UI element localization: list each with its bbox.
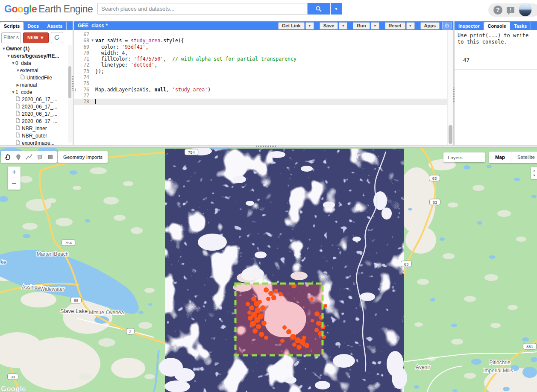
- run-button[interactable]: Run: [353, 22, 370, 29]
- hotspot-dot: [259, 332, 264, 337]
- run-dropdown[interactable]: ▼: [371, 22, 379, 29]
- search-button[interactable]: [308, 3, 330, 15]
- tree-file[interactable]: NBR_outer: [0, 132, 73, 140]
- google-logo-letters: Google: [4, 3, 37, 15]
- apps-button[interactable]: Apps: [420, 22, 440, 29]
- code-line[interactable]: 68▼var saVis = study_area.style({: [74, 38, 447, 44]
- filter-scripts-input[interactable]: [1, 32, 21, 43]
- save-dropdown[interactable]: ▼: [339, 22, 347, 29]
- tree-folder[interactable]: ▶manual: [0, 82, 73, 89]
- expand-arrow-open-icon[interactable]: ▼: [16, 67, 20, 74]
- line-number: 72: [74, 62, 91, 68]
- code-line[interactable]: 78: [74, 99, 447, 105]
- search-input[interactable]: [97, 3, 308, 15]
- code-line[interactable]: 69 color: '93df41',: [74, 44, 447, 50]
- hotspot-dot: [311, 319, 314, 322]
- hotspot-dot: [252, 328, 258, 333]
- map-type-satellite-button[interactable]: Satellite: [511, 152, 537, 163]
- road-shield: 33: [8, 374, 18, 380]
- expand-arrow-open-icon[interactable]: ▼: [2, 45, 6, 53]
- search-dropdown-button[interactable]: ▼: [330, 3, 342, 15]
- logo-suffix: Earth Engine: [38, 3, 93, 15]
- get-link-button[interactable]: Get Link: [278, 22, 305, 29]
- google-earth-engine-logo[interactable]: GoogleEarth Engine: [4, 3, 93, 15]
- tree-file[interactable]: exportImage...: [0, 140, 73, 145]
- zoom-in-button[interactable]: +: [8, 167, 21, 178]
- editor-header: GEE_class * Get Link ▼ Save ▼ Run ▼: [74, 21, 453, 30]
- tree-folder[interactable]: ▼external: [0, 67, 73, 74]
- zoom-out-button[interactable]: −: [8, 178, 21, 190]
- map-container: 75475488263636388133 Marten BeachkeAssin…: [0, 148, 537, 392]
- road-shield: 754: [185, 149, 198, 155]
- road-shield: 754: [62, 240, 75, 246]
- svg-text:88: 88: [74, 298, 79, 303]
- reset-dropdown[interactable]: ▼: [406, 22, 415, 29]
- tab-scripts[interactable]: Scripts: [0, 22, 23, 30]
- save-button[interactable]: Save: [320, 22, 338, 29]
- map-canvas[interactable]: 75475488263636388133 Marten BeachkeAssin…: [0, 148, 537, 392]
- top-header: GoogleEarth Engine ▼ ? !: [0, 0, 537, 21]
- feedback-icon[interactable]: !: [507, 7, 514, 13]
- map-divider[interactable]: [0, 145, 537, 148]
- script-title: GEE_class *: [78, 23, 108, 29]
- file-icon: [16, 132, 21, 140]
- map-label: Widewater: [40, 286, 65, 292]
- code-line[interactable]: 72 lineType: 'dotted',: [74, 62, 447, 68]
- polygon-icon[interactable]: [34, 152, 45, 162]
- code-editor-panel: GEE_class * Get Link ▼ Save ▼ Run ▼: [74, 21, 453, 145]
- road-shield: 63: [429, 175, 440, 181]
- tab-console[interactable]: Console: [484, 22, 510, 30]
- rectangle-icon[interactable]: [45, 152, 56, 162]
- code-line[interactable]: 67: [74, 32, 447, 38]
- layers-button[interactable]: Layers: [443, 152, 485, 162]
- hotspot-dot: [280, 339, 285, 343]
- editor-scrollbar[interactable]: [447, 30, 453, 145]
- tree-file[interactable]: NBR_inner: [0, 125, 73, 132]
- road-shield: 63: [430, 199, 440, 205]
- tree-item-label: manual: [20, 82, 37, 89]
- code-line[interactable]: 70 width: 4,: [74, 50, 447, 56]
- refresh-button[interactable]: [51, 32, 63, 43]
- hotspot-dot: [314, 328, 319, 332]
- line-number: 73: [74, 68, 91, 74]
- tree-file[interactable]: 2020_06_17_...: [0, 111, 73, 118]
- map-type-map-button[interactable]: Map: [489, 152, 511, 163]
- tab-docs[interactable]: Docs: [23, 22, 43, 30]
- tree-folder[interactable]: ▼Owner (1): [0, 45, 73, 53]
- tab-tasks[interactable]: Tasks: [510, 22, 531, 30]
- polyline-icon[interactable]: [23, 152, 34, 162]
- expand-arrow-open-icon[interactable]: ▼: [11, 89, 15, 96]
- point-marker-icon[interactable]: [13, 152, 23, 162]
- fullscreen-button[interactable]: [531, 167, 537, 179]
- tree-file[interactable]: 2020_06_17_...: [0, 103, 73, 111]
- tree-folder[interactable]: ▼1_code: [0, 89, 73, 96]
- settings-gear-icon[interactable]: ⚙: [442, 22, 452, 29]
- help-icon[interactable]: ?: [493, 6, 502, 15]
- new-script-button[interactable]: NEW ▼: [23, 32, 49, 43]
- expand-arrow-open-icon[interactable]: ▼: [11, 60, 15, 67]
- tree-folder[interactable]: ▼users/bgcasey/RE...: [0, 53, 73, 60]
- code-line[interactable]: 76iMap.addLayer(saVis, null, 'study area…: [74, 87, 447, 93]
- code-area[interactable]: 6768▼var saVis = study_area.style({69 co…: [74, 30, 447, 145]
- tree-file[interactable]: 2020_06_17_...: [0, 96, 73, 103]
- tree-file[interactable]: UntitledFile: [0, 74, 73, 82]
- tab-assets[interactable]: Assets: [43, 22, 67, 30]
- tab-inspector[interactable]: Inspector: [455, 22, 484, 30]
- get-link-dropdown[interactable]: ▼: [305, 22, 314, 29]
- code-line[interactable]: 71 fillColor: 'ff475750', // with alpha …: [74, 56, 447, 62]
- avatar[interactable]: [519, 3, 532, 17]
- code-line[interactable]: 75: [74, 80, 447, 86]
- code-line[interactable]: 73});: [74, 68, 447, 74]
- tree-file[interactable]: 2020_06_17_...: [0, 118, 73, 125]
- svg-text:881: 881: [526, 344, 533, 349]
- tree-folder[interactable]: ▼0_data: [0, 60, 73, 67]
- scripts-scrollbar[interactable]: [68, 45, 72, 143]
- map-label: Pitlochrie: [489, 360, 511, 366]
- expand-arrow-closed-icon[interactable]: ▶: [16, 82, 20, 89]
- geometry-imports-button[interactable]: Geometry Imports: [58, 151, 108, 163]
- pan-hand-icon[interactable]: [2, 152, 13, 162]
- expand-arrow-open-icon[interactable]: ▼: [6, 53, 11, 60]
- code-line[interactable]: 77: [74, 93, 447, 99]
- code-line[interactable]: 74: [74, 74, 447, 80]
- reset-button[interactable]: Reset: [385, 22, 405, 29]
